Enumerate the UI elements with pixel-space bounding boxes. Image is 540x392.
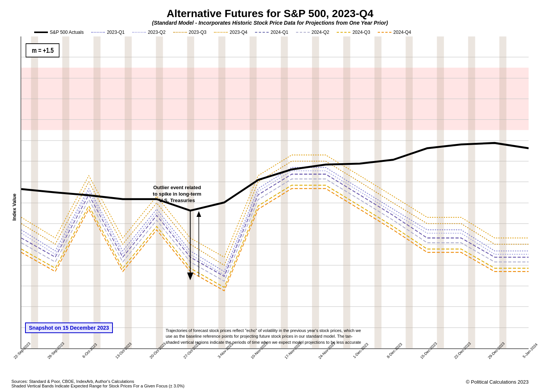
y-tick-label: 3400 <box>21 284 21 288</box>
svg-rect-29 <box>499 36 506 348</box>
legend-label-2024q3: 2024-Q3 <box>352 30 370 35</box>
y-tick-label: 3200 <box>21 305 21 309</box>
legend-item-2024q4: 2024-Q4 <box>378 30 411 35</box>
legend-line-2023q1 <box>91 32 105 33</box>
legend-label-2024q4: 2024-Q4 <box>393 30 411 35</box>
footer-copyright: © Political Calculations 2023 <box>466 379 529 388</box>
outlier-annotation: Outlier event related to spike in long-t… <box>139 185 215 204</box>
legend-line-2024q3 <box>337 32 350 33</box>
chart-main: m = +1.5 Outlier event related to spike … <box>21 36 529 378</box>
title-area: Alternative Futures for S&P 500, 2023-Q4… <box>11 8 529 26</box>
legend-label-actuals: S&P 500 Actuals <box>50 30 84 35</box>
legend-item-2024q1: 2024-Q1 <box>255 30 288 35</box>
legend-item-2024q3: 2024-Q3 <box>337 30 370 35</box>
svg-rect-22 <box>281 36 288 348</box>
y-tick-label: 4600 <box>21 159 21 163</box>
legend-area: S&P 500 Actuals 2023-Q1 2023-Q2 2023-Q3 … <box>34 30 529 35</box>
legend-line-2024q4 <box>378 32 391 33</box>
legend-line-2024q2 <box>296 32 310 33</box>
y-tick-label: 3800 <box>21 242 21 247</box>
legend-item-2023q1: 2023-Q1 <box>91 30 125 35</box>
legend-line-2024q1 <box>255 32 269 33</box>
legend-label-2024q2: 2024-Q2 <box>312 30 329 35</box>
legend-item-actuals: S&P 500 Actuals <box>34 30 84 35</box>
legend-item-2023q2: 2023-Q2 <box>132 30 166 35</box>
svg-rect-21 <box>250 36 257 348</box>
y-tick-label: 5600 <box>21 55 21 60</box>
main-title: Alternative Futures for S&P 500, 2023-Q4 <box>11 8 529 20</box>
subtitle: (Standard Model - Incorporates Historic … <box>11 20 529 26</box>
y-tick-label: 3000 <box>21 325 21 330</box>
legend-line-actuals <box>34 32 48 33</box>
legend-line-2023q2 <box>132 32 146 33</box>
footer-area: Sources: Standard & Poor, CBOE, IndexArb… <box>11 379 529 388</box>
chart-wrapper: Index Value <box>11 36 529 378</box>
y-tick-label: 4800 <box>21 138 21 143</box>
svg-rect-28 <box>468 36 475 348</box>
y-tick-label: 4400 <box>21 180 21 184</box>
y-tick-label: 5800 <box>21 36 21 39</box>
legend-line-2023q3 <box>173 32 187 33</box>
y-tick-label: 4000 <box>21 221 21 226</box>
svg-rect-20 <box>219 36 225 348</box>
legend-label-2023q1: 2023-Q1 <box>107 30 125 35</box>
legend-item-2024q2: 2024-Q2 <box>296 30 329 35</box>
snapshot-box: Snapshot on 15 December 2023 <box>25 322 113 333</box>
legend-label-2023q2: 2023-Q2 <box>148 30 166 35</box>
legend-line-2023q4 <box>214 32 228 33</box>
y-tick-label: 5000 <box>21 117 21 122</box>
svg-rect-27 <box>437 36 444 348</box>
svg-rect-23 <box>312 36 319 348</box>
svg-rect-24 <box>343 36 350 348</box>
y-axis-label: Index Value <box>11 36 19 378</box>
legend-label-2023q4: 2023-Q4 <box>230 30 247 35</box>
svg-rect-25 <box>374 36 381 348</box>
x-axis-area: 22-Sep-202329-Sep-20236-Oct-202313-Oct-2… <box>21 349 529 378</box>
svg-rect-14 <box>31 36 38 348</box>
chart-svg: m = +1.5 <box>21 36 529 348</box>
legend-label-2023q3: 2023-Q3 <box>189 30 207 35</box>
svg-text:m = +1.5: m = +1.5 <box>32 46 54 54</box>
y-tick-label: 3600 <box>21 263 21 267</box>
footer-left: Sources: Standard & Poor, CBOE, IndexArb… <box>11 379 184 388</box>
x-labels-container: 22-Sep-202329-Sep-20236-Oct-202313-Oct-2… <box>21 349 529 378</box>
y-tick-label: 5200 <box>21 96 21 101</box>
legend-label-2024q1: 2024-Q1 <box>271 30 288 35</box>
legend-item-2023q3: 2023-Q3 <box>173 30 207 35</box>
y-tick-label: 5400 <box>21 76 21 80</box>
chart-plot-area: m = +1.5 Outlier event related to spike … <box>21 36 529 349</box>
legend-item-2023q4: 2023-Q4 <box>214 30 247 35</box>
svg-rect-26 <box>406 36 413 348</box>
y-tick-label: 4200 <box>21 201 21 205</box>
page-container: Alternative Futures for S&P 500, 2023-Q4… <box>0 0 540 392</box>
svg-rect-17 <box>125 36 131 348</box>
svg-rect-16 <box>93 36 100 348</box>
